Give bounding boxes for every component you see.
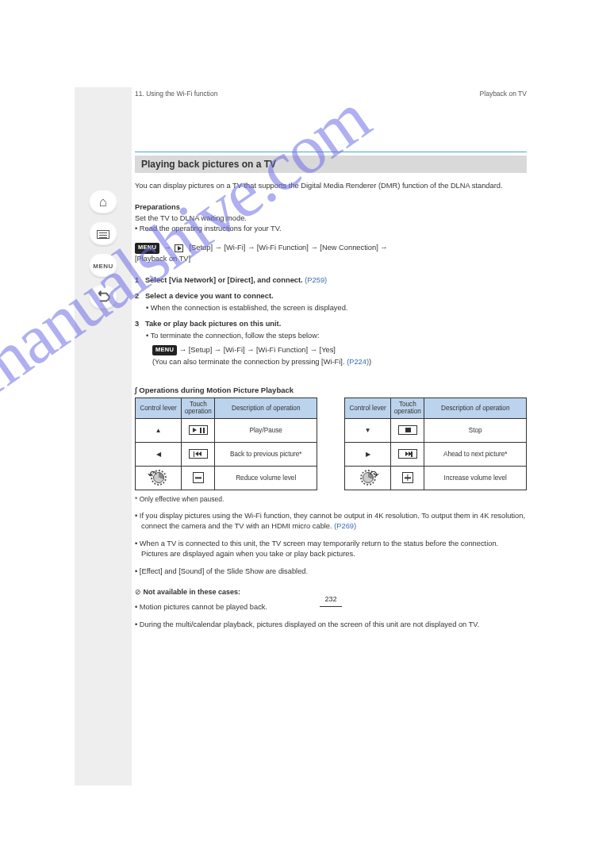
back-icon[interactable] [89,286,117,309]
chapter-label: 11. Using the Wi-Fi function [135,90,217,98]
ops-tables: Control lever Touch operation Descriptio… [135,398,527,490]
touch-minus-icon [182,466,215,490]
prep-label: Preparations [135,203,180,211]
page-number: 232 [135,595,527,611]
th-lever: Control lever [345,398,391,418]
prep-text: Set the TV to DLNA waiting mode.• Read t… [135,214,282,232]
section-label: Playback on TV [480,90,527,98]
lever-left-icon: ◀ [136,442,182,466]
step-3: 3 Take or play back pictures on this uni… [135,319,527,329]
th-desc: Description of operation [215,398,317,418]
prep-block: Preparations Set the TV to DLNA waiting … [135,202,527,234]
table-row: ▼ Stop [345,418,527,442]
touch-prev-icon [182,442,215,466]
dial-right-icon [345,466,391,490]
page-content: 11. Using the Wi-Fi function Playback on… [135,87,527,630]
play-mode-icon [175,244,183,252]
terminate-path: MENU → [Setup] → [Wi-Fi] → [Wi-Fi Functi… [135,345,527,356]
ops-table-left: Control lever Touch operation Descriptio… [135,398,317,490]
th-desc: Description of operation [424,398,527,418]
lever-down-icon: ▼ [345,418,391,442]
op-desc: Back to previous picture* [215,442,317,466]
header-rule [135,152,527,152]
op-desc: Ahead to next picture* [424,442,527,466]
asterisk-note: * Only effective when paused. [135,495,527,505]
step-2-sub: • When the connection is established, th… [135,303,527,313]
table-row: ▲ Play/Pause [136,418,317,442]
table-row: ▶ Ahead to next picture* [345,442,527,466]
op-desc: Increase volume level [424,466,527,490]
ops-title: Operations during Motion Picture Playbac… [135,386,527,394]
page-header: 11. Using the Wi-Fi function Playback on… [135,90,527,98]
op-desc: Play/Pause [215,418,317,442]
step-1: 1 Select [Via Network] or [Direct], and … [135,275,527,286]
step-2: 2 Select a device you want to connect. [135,291,527,301]
touch-next-icon [391,442,424,466]
page-ref[interactable]: (P224) [347,358,369,366]
lever-up-icon: ▲ [136,418,182,442]
note-2: When a TV is connected to this unit, the… [135,539,527,560]
terminate-line: • To terminate the connection, follow th… [135,331,527,341]
menu-path: MENU → [Setup] → [Wi-Fi] → [Wi-Fi Functi… [135,243,527,264]
contents-icon[interactable] [89,222,117,246]
menu-badge-icon: MENU [135,243,159,254]
touch-stop-icon [391,418,424,442]
terminate-note: (You can also terminate the connection b… [135,357,527,367]
ops-table-right: Control lever Touch operation Descriptio… [344,398,527,490]
page-ref[interactable]: (P259) [305,276,327,284]
touch-plus-icon [391,466,424,490]
op-desc: Stop [424,418,527,442]
table-row: Increase volume level [345,466,527,490]
home-icon[interactable] [89,190,117,214]
touch-playpause-icon [182,418,215,442]
menu-badge-icon: MENU [152,345,177,356]
th-touch: Touch operation [391,398,424,418]
table-row: Reduce volume level [136,466,317,490]
note-3: [Effect] and [Sound] of the Slide Show a… [135,567,527,577]
op-desc: Reduce volume level [215,466,317,490]
lever-right-icon: ▶ [345,442,391,466]
table-row: ◀ Back to previous picture* [136,442,317,466]
th-touch: Touch operation [182,398,215,418]
note-1: If you display pictures using the Wi-Fi … [135,511,527,532]
intro-text: You can display pictures on a TV that su… [135,181,527,191]
na-note-2: During the multi/calendar playback, pict… [135,620,527,630]
nav-button-group: MENU [89,190,119,309]
section-title: Playing back pictures on a TV [135,156,527,173]
page-ref[interactable]: (P269) [334,522,356,530]
th-lever: Control lever [136,398,182,418]
menu-icon[interactable]: MENU [89,254,117,278]
dial-left-icon [136,466,182,490]
